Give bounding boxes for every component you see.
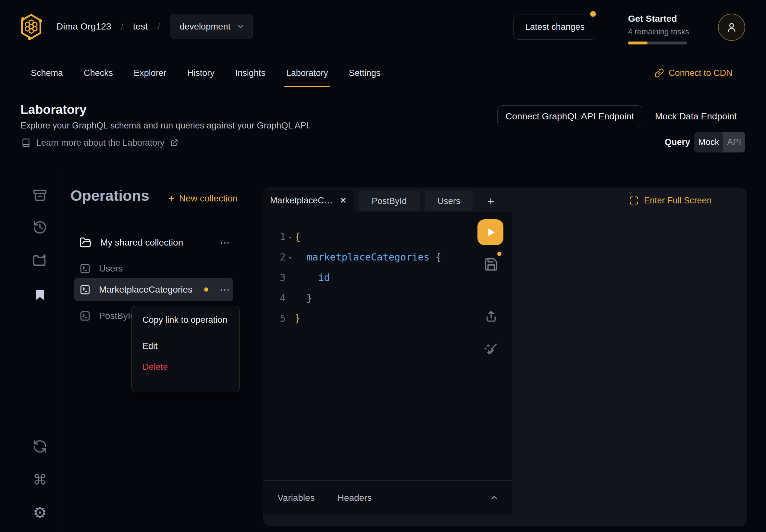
connect-cdn-link[interactable]: Connect to CDN	[654, 59, 733, 87]
tab-checks[interactable]: Checks	[84, 59, 113, 87]
learn-more-label: Learn more about the Laboratory	[36, 138, 164, 148]
editor-tab-label: PostById	[371, 196, 407, 206]
breadcrumb-separator: /	[121, 22, 123, 31]
tab-schema[interactable]: Schema	[31, 59, 63, 87]
new-collection-button[interactable]: + New collection	[168, 192, 237, 205]
progress-fill	[628, 42, 648, 44]
expand-icon	[629, 196, 639, 205]
tab-settings[interactable]: Settings	[349, 59, 381, 87]
terminal-icon	[79, 263, 91, 274]
code-area[interactable]: 1 ▾ { 2 ▾ marketplaceCategories { 3 id 4…	[263, 226, 512, 329]
terminal-icon	[79, 284, 91, 295]
laboratory-workspace-panel: MarketplaceC… ✕ PostById Users + Enter F…	[263, 187, 747, 526]
line-number: 5	[263, 313, 286, 324]
get-started-title: Get Started	[628, 14, 693, 24]
editor-tab-label: Users	[438, 196, 461, 206]
code-line: 3 id	[263, 267, 512, 288]
app-header: Dima Org123 / test / development Latest …	[0, 0, 766, 58]
menu-item-edit[interactable]: Edit	[132, 336, 239, 357]
connect-endpoint-button[interactable]: Connect GraphQL API Endpoint	[497, 105, 642, 127]
rail-divider	[60, 172, 60, 532]
get-started-widget[interactable]: Get Started 4 remaining tasks	[628, 14, 693, 44]
chevron-down-icon	[236, 22, 245, 31]
breadcrumb-org[interactable]: Dima Org123	[56, 21, 111, 32]
mock-endpoint-button[interactable]: Mock Data Endpoint	[655, 105, 737, 127]
latest-changes-button[interactable]: Latest changes	[514, 15, 596, 40]
editor-tab-users[interactable]: Users	[425, 191, 473, 212]
tab-history[interactable]: History	[187, 59, 214, 87]
code-line: 2 ▾ marketplaceCategories {	[263, 247, 512, 267]
terminal-icon	[79, 310, 91, 321]
command-icon[interactable]: ⌘	[29, 470, 51, 489]
connect-cdn-label: Connect to CDN	[669, 68, 733, 78]
code-line: 4 }	[263, 288, 512, 308]
operations-title: Operations	[70, 187, 149, 204]
notification-dot	[590, 11, 596, 17]
save-operation-button[interactable]	[484, 257, 499, 272]
menu-item-delete[interactable]: Delete	[132, 357, 239, 377]
user-icon	[725, 21, 738, 33]
operation-context-menu: Copy link to operation Edit Delete	[131, 306, 239, 392]
target-dropdown-value: development	[180, 22, 231, 32]
target-dropdown[interactable]: development	[170, 14, 253, 39]
editor-tab-postbyid[interactable]: PostById	[359, 191, 420, 212]
enter-fullscreen-button[interactable]: Enter Full Screen	[629, 187, 712, 213]
more-options-icon[interactable]: ⋯	[220, 237, 230, 248]
editor-bottom-bar: Variables Headers	[263, 480, 512, 515]
menu-item-copy-link[interactable]: Copy link to operation	[132, 309, 239, 330]
more-options-icon[interactable]: ⋯	[220, 284, 230, 295]
close-icon[interactable]: ✕	[339, 196, 346, 206]
sync-icon[interactable]	[29, 437, 51, 455]
operation-name: Users	[99, 263, 123, 274]
main-nav: Schema Checks Explorer History Insights …	[0, 59, 766, 87]
toggle-option-api[interactable]: API	[723, 132, 745, 152]
hive-logo[interactable]	[19, 13, 43, 40]
history-icon[interactable]	[29, 218, 51, 236]
breadcrumb-separator: /	[158, 22, 160, 31]
run-query-button[interactable]	[478, 219, 504, 245]
fold-caret-icon[interactable]: ▾	[286, 254, 295, 261]
enter-fullscreen-label: Enter Full Screen	[644, 196, 712, 206]
line-number: 2	[263, 251, 286, 263]
code-line: 1 ▾ {	[263, 226, 512, 247]
unsaved-dot	[497, 252, 502, 256]
bookmark-icon[interactable]	[29, 286, 51, 304]
tab-laboratory[interactable]: Laboratory	[286, 59, 328, 87]
folder-open-icon	[79, 236, 92, 249]
editor-tab-marketplacecategories[interactable]: MarketplaceC… ✕	[263, 190, 354, 212]
operation-row-marketplacecategories[interactable]: MarketplaceCategories ⋯	[74, 278, 233, 301]
operation-name: PostById	[99, 311, 135, 321]
gear-icon[interactable]: ⚙	[29, 503, 51, 522]
query-label: Query	[665, 132, 690, 152]
collection-header-row[interactable]: My shared collection ⋯	[74, 231, 233, 254]
collection-name: My shared collection	[100, 237, 183, 248]
unsaved-dot	[204, 287, 208, 292]
variables-tab[interactable]: Variables	[277, 493, 315, 503]
new-tab-button[interactable]: +	[481, 191, 501, 212]
user-avatar[interactable]	[718, 14, 745, 41]
tab-explorer[interactable]: Explorer	[134, 59, 166, 87]
page-title: Laboratory	[20, 103, 87, 117]
breadcrumb-project[interactable]: test	[133, 21, 148, 32]
query-editor[interactable]: 1 ▾ { 2 ▾ marketplaceCategories { 3 id 4…	[263, 212, 512, 515]
code-line: 5 }	[263, 308, 512, 329]
operation-name: MarketplaceCategories	[99, 284, 192, 295]
learn-more-link[interactable]: Learn more about the Laboratory	[21, 138, 178, 148]
link-icon	[654, 68, 664, 78]
toggle-option-mock[interactable]: Mock	[694, 132, 723, 152]
archive-icon[interactable]	[29, 186, 51, 204]
fold-caret-icon[interactable]: ▾	[286, 233, 295, 240]
operation-row-users[interactable]: Users	[74, 257, 233, 280]
get-started-progressbar	[628, 42, 687, 44]
query-mode-toggle[interactable]: Mock API	[694, 132, 745, 152]
folder-plus-icon[interactable]	[29, 252, 51, 270]
share-operation-button[interactable]	[484, 309, 498, 324]
external-link-icon	[170, 139, 178, 147]
tab-insights[interactable]: Insights	[235, 59, 265, 87]
menu-divider	[132, 333, 239, 333]
line-number: 3	[263, 272, 286, 283]
chevron-up-icon[interactable]	[490, 493, 499, 503]
prettify-icon[interactable]	[482, 341, 499, 357]
headers-tab[interactable]: Headers	[337, 493, 372, 503]
book-icon	[21, 138, 30, 148]
